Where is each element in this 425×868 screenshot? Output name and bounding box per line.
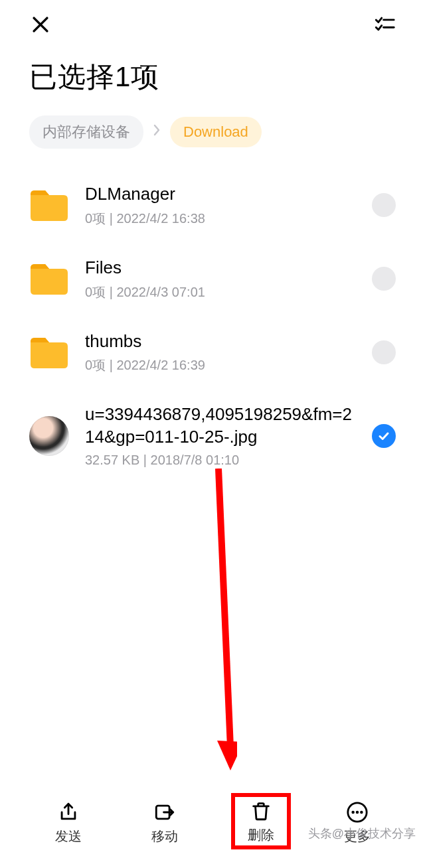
item-name: DLManager	[85, 183, 356, 206]
svg-point-7	[355, 811, 359, 814]
select-checkbox[interactable]	[372, 424, 396, 448]
file-list: DLManager 0项 | 2022/4/2 16:38 Files 0项 |…	[0, 169, 425, 482]
watermark: 头条@小俊技术分享	[308, 826, 416, 841]
item-meta: 32.57 KB | 2018/7/8 01:10	[85, 453, 356, 468]
action-label: 移动	[151, 828, 178, 845]
action-label: 删除	[248, 826, 274, 844]
svg-point-6	[351, 811, 355, 814]
action-label: 发送	[55, 828, 82, 845]
svg-point-8	[360, 811, 363, 814]
delete-button[interactable]: 删除	[231, 793, 291, 849]
send-button[interactable]: 发送	[39, 796, 98, 849]
breadcrumb-current[interactable]: Download	[170, 117, 262, 147]
item-name: u=3394436879,4095198259&fm=214&gp=011-10…	[85, 403, 356, 449]
close-icon	[29, 13, 52, 36]
folder-icon	[29, 259, 69, 299]
select-checkbox[interactable]	[372, 267, 396, 291]
checklist-icon	[373, 13, 396, 36]
item-name: thumbs	[85, 330, 356, 353]
close-button[interactable]	[29, 13, 52, 38]
page-title: 已选择1项	[0, 45, 425, 115]
select-checkbox[interactable]	[372, 193, 396, 217]
folder-icon	[29, 332, 69, 372]
item-meta: 0项 | 2022/4/2 16:39	[85, 356, 356, 374]
breadcrumb: 内部存储设备 Download	[0, 115, 425, 169]
breadcrumb-root[interactable]: 内部存储设备	[29, 115, 143, 149]
bottom-toolbar: 发送 移动 删除 更多	[0, 781, 425, 868]
image-thumbnail	[29, 416, 69, 456]
svg-line-2	[218, 469, 230, 747]
more-icon	[346, 801, 369, 824]
share-icon	[57, 801, 80, 824]
select-checkbox[interactable]	[372, 340, 396, 364]
folder-icon	[29, 185, 69, 225]
check-icon	[377, 429, 390, 443]
move-button[interactable]: 移动	[135, 796, 195, 849]
move-icon	[153, 801, 176, 824]
list-item[interactable]: thumbs 0项 | 2022/4/2 16:39	[29, 316, 396, 390]
trash-icon	[250, 800, 272, 822]
svg-marker-3	[217, 741, 237, 770]
chevron-right-icon	[153, 123, 161, 141]
list-item[interactable]: Files 0项 | 2022/4/3 07:01	[29, 242, 396, 316]
item-meta: 0项 | 2022/4/2 16:38	[85, 210, 356, 228]
list-item[interactable]: u=3394436879,4095198259&fm=214&gp=011-10…	[29, 389, 396, 482]
select-all-button[interactable]	[373, 13, 396, 38]
item-name: Files	[85, 257, 356, 279]
item-meta: 0项 | 2022/4/3 07:01	[85, 283, 356, 301]
annotation-arrow	[211, 469, 237, 774]
list-item[interactable]: DLManager 0项 | 2022/4/2 16:38	[29, 169, 396, 242]
